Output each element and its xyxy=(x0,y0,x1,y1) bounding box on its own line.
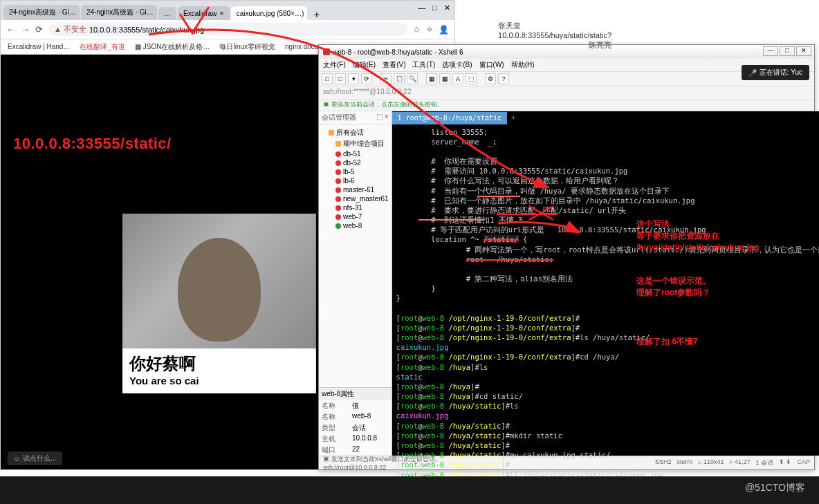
toolbar-button[interactable]: 🔍 xyxy=(407,73,418,84)
properties-title: web-8属性 xyxy=(319,388,392,400)
tree-item[interactable]: web-8 xyxy=(322,221,389,230)
toolbar-button[interactable]: ▦ xyxy=(439,73,450,84)
meme-photo xyxy=(122,214,316,348)
voice-indicator: 🎤正在讲话: Yuc xyxy=(742,65,809,80)
tree-item[interactable]: new_master61 xyxy=(322,194,389,203)
close-icon[interactable]: × xyxy=(156,8,157,17)
toolbar: □□▾⟳✂📋🔍▦▦A⬚⚙? xyxy=(319,71,814,86)
menu-file[interactable]: 文件(F) xyxy=(323,60,346,70)
bookmark[interactable]: ▦ JSON在线解析及格… xyxy=(135,42,210,52)
bottom-bar xyxy=(0,476,819,504)
tab-label: 24-nginx高级篇 · Gi… xyxy=(86,8,154,17)
image-content: 你好蔡啊 You are so cai xyxy=(122,214,316,393)
close-icon[interactable]: × xyxy=(79,8,80,17)
menu-help[interactable]: 帮助(H) xyxy=(511,60,535,70)
toolbar-button[interactable]: ? xyxy=(498,73,509,84)
toolbar-button[interactable]: ⟳ xyxy=(361,73,372,84)
annotation-note-3: 理解了扣 6不懂7 xyxy=(636,336,698,348)
menu-tabs[interactable]: 选项卡(B) xyxy=(442,60,472,70)
bookmark[interactable]: 每日linux零碎视觉 xyxy=(219,42,275,52)
window-controls: — □ ✕ xyxy=(763,46,811,56)
host-icon xyxy=(335,214,341,220)
watermark: @51CTO博客 xyxy=(745,482,805,494)
app-icon xyxy=(323,48,330,55)
toolbar-button[interactable]: ▾ xyxy=(348,73,359,84)
xshell-titlebar[interactable]: web-8 - root@web-8:/huya/static - Xshell… xyxy=(319,45,814,59)
tree-item[interactable]: 期中综合项目 xyxy=(322,138,389,149)
terminal-output: listen 33555; server_name _; # 你现在需要设置 #… xyxy=(392,124,819,503)
ssh-input[interactable]: ssh://root:******@10.0.0.8:22 xyxy=(319,86,814,100)
toolbar-button[interactable]: □ xyxy=(335,73,346,84)
tree-item[interactable]: web-7 xyxy=(322,212,389,221)
forward-button[interactable]: → xyxy=(21,24,30,35)
reload-button[interactable]: ⟳ xyxy=(35,24,43,35)
bookmark[interactable]: 在线翻译_有道 xyxy=(80,42,125,52)
menu-edit[interactable]: 编辑(E) xyxy=(353,60,376,70)
close-icon[interactable]: × xyxy=(219,9,223,17)
xshell-body: 会话管理器⬚ × 所有会话 期中综合项目 db-51 db-52 lb-5 lb… xyxy=(319,111,814,456)
meme-caption-cn: 你好蔡啊 xyxy=(129,353,309,375)
tab-4-active[interactable]: caixukun.jpg (580×…)× xyxy=(231,6,307,20)
minimize-icon[interactable]: — xyxy=(418,3,425,12)
menu-window[interactable]: 窗口(W) xyxy=(479,60,504,70)
extensions-icon[interactable]: ✧ xyxy=(426,25,433,35)
toolbar-button[interactable]: ⬚ xyxy=(466,73,477,84)
annotation-note-2: 这是一个错误示范。 理解了root参数吗？ xyxy=(636,275,711,299)
add-tab-icon[interactable]: + xyxy=(507,111,519,124)
mic-icon: 🎤 xyxy=(748,69,757,77)
tree-item[interactable]: lb-5 xyxy=(322,167,389,176)
tree-root[interactable]: 所有会话 xyxy=(322,127,389,138)
tree-item[interactable]: master-61 xyxy=(322,185,389,194)
tab-0[interactable]: 24-nginx高级篇 · Gi…× xyxy=(3,5,80,20)
chat-placeholder: 说点什么... xyxy=(23,454,56,463)
chat-input[interactable]: ☺ 说点什么... xyxy=(8,451,62,465)
star-icon[interactable]: ☆ xyxy=(413,25,421,35)
top-note: 张天皇 10.0.0.8:33555/huya/static/static? xyxy=(498,21,611,39)
menu-bar: 文件(F) 编辑(E) 查看(V) 工具(T) 选项卡(B) 窗口(W) 帮助(… xyxy=(319,59,814,71)
toolbar-button[interactable]: A xyxy=(452,73,463,84)
prop-row: 类型会话 xyxy=(319,422,392,433)
annotation-note-1: 这个写法 等于要求你把资源放在 /huya/static/static/caix… xyxy=(636,218,759,253)
host-icon xyxy=(335,178,341,184)
toolbar-button[interactable]: ▦ xyxy=(426,73,437,84)
host-icon xyxy=(335,160,341,166)
close-icon[interactable]: ✕ xyxy=(444,3,450,12)
toolbar-button[interactable]: □ xyxy=(322,73,333,84)
address-bar[interactable]: ▲ 不安全 10.0.0.8:33555/static/caixukun.jpg xyxy=(48,23,407,36)
ssh-url: ssh://root:******@10.0.0.8:22 xyxy=(323,88,411,95)
profile-icon[interactable]: 👤 xyxy=(439,25,449,35)
menu-view[interactable]: 查看(V) xyxy=(383,60,405,70)
back-button[interactable]: ← xyxy=(6,24,15,35)
menu-tools[interactable]: 工具(T) xyxy=(412,60,435,70)
tab-label: caixukun.jpg (580×…) xyxy=(237,10,304,17)
new-tab-button[interactable]: + xyxy=(309,9,325,20)
address-bar-row: ← → ⟳ ▲ 不安全 10.0.0.8:33555/static/caixuk… xyxy=(1,20,454,39)
bookmark[interactable]: Excalidraw | Hand… xyxy=(8,43,70,50)
close-icon[interactable]: ✕ xyxy=(796,46,811,56)
toolbar-button[interactable]: ⚙ xyxy=(485,73,496,84)
prop-row: 名称web-8 xyxy=(319,411,392,422)
tree-item[interactable]: lb-6 xyxy=(322,176,389,185)
chat-icon: ☺ xyxy=(13,455,20,463)
toolbar-button[interactable]: 📋 xyxy=(394,73,405,84)
tree-item[interactable]: nfs-31 xyxy=(322,203,389,212)
tab-label: 24-nginx高级篇 · Gi… xyxy=(9,8,76,17)
toolbar-icons: ☆ ✧ 👤 xyxy=(413,25,449,35)
prop-row: 端口22 xyxy=(319,445,392,456)
terminal-tab[interactable]: 1 root@web-8:/huya/static xyxy=(392,112,508,124)
sidebar-close-icon[interactable]: ⬚ × xyxy=(376,113,389,122)
terminal[interactable]: 1 root@web-8:/huya/static+ listen 33555;… xyxy=(392,111,819,456)
host-icon xyxy=(335,196,341,202)
tab-1[interactable]: 24-nginx高级篇 · Gi…× xyxy=(81,5,157,20)
toolbar-button[interactable]: ✂ xyxy=(380,73,392,84)
tab-3[interactable]: Excalidraw× xyxy=(178,6,230,20)
host-icon xyxy=(335,151,341,157)
maximize-icon[interactable]: □ xyxy=(432,3,437,12)
tree-item[interactable]: db-52 xyxy=(322,158,389,167)
tree-item[interactable]: db-51 xyxy=(322,149,389,158)
host-icon xyxy=(335,187,341,193)
prop-row: 主机10.0.0.8 xyxy=(319,433,392,445)
maximize-icon[interactable]: □ xyxy=(780,46,795,56)
tab-2[interactable]: … xyxy=(158,7,176,20)
minimize-icon[interactable]: — xyxy=(763,46,778,56)
